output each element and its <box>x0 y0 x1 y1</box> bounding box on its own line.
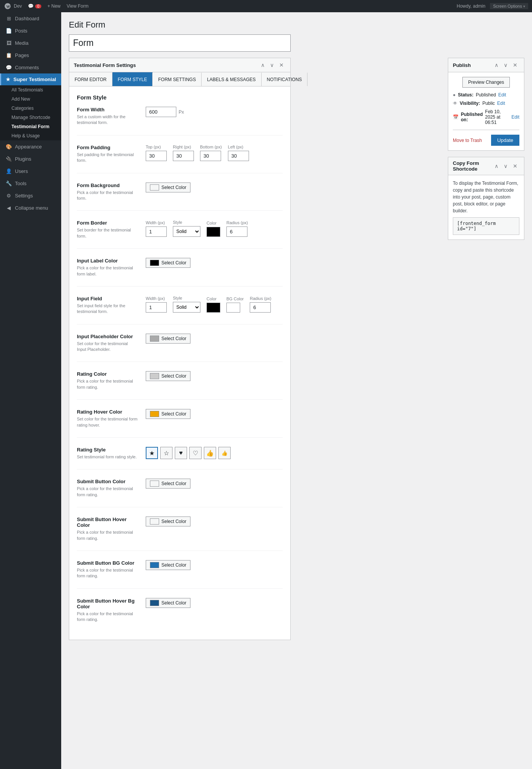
update-button[interactable]: Update <box>491 135 519 146</box>
chevron-up-icon: ∧ <box>495 62 498 68</box>
rating-style-heart-filled[interactable]: ♥ <box>175 447 187 459</box>
tab-labels-messages[interactable]: LABELS & MESSAGES <box>202 72 261 86</box>
tab-notifications[interactable]: NOTIFICATIONS <box>262 72 308 86</box>
testimonial-form-settings-panel: Testimonial Form Settings ∧ ∨ ✕ <box>69 58 291 640</box>
sidebar-item-categories[interactable]: Categories <box>0 104 61 113</box>
if-style-select[interactable]: Solid Dashed Dotted None <box>173 302 200 313</box>
published-edit-link[interactable]: Edit <box>511 114 519 120</box>
status-edit-link[interactable]: Edit <box>498 92 506 98</box>
shortcode-desc: To display the Testimonial Form, copy an… <box>453 180 519 214</box>
sidebar-item-posts[interactable]: 📄 Posts <box>0 24 61 37</box>
input-label-color-button[interactable]: Select Color <box>146 258 190 268</box>
padding-left-input[interactable] <box>228 151 249 161</box>
border-width-input[interactable] <box>146 226 167 237</box>
border-radius-input[interactable] <box>226 226 247 237</box>
form-name-input[interactable] <box>69 34 291 52</box>
comments-icon: 💬 <box>6 64 12 70</box>
sidebar-item-comments[interactable]: 💬 Comments <box>0 61 61 73</box>
sidebar-item-label: Super Testimonial <box>13 77 56 82</box>
rating-hover-color-button[interactable]: Select Color <box>146 409 190 419</box>
color-swatch <box>150 373 159 379</box>
setting-row-form-padding: Form Padding Set padding for the testimo… <box>77 145 283 173</box>
padding-bottom-input[interactable] <box>200 151 221 161</box>
rating-style-star-outline[interactable]: ☆ <box>160 447 172 459</box>
panel-header: Testimonial Form Settings ∧ ∨ ✕ <box>69 58 290 72</box>
padding-top-input[interactable] <box>146 151 167 161</box>
tab-form-editor[interactable]: FORM EDITOR <box>69 72 112 86</box>
setting-row-input-field: Input Field Set input field style for th… <box>77 296 283 324</box>
setting-row-submit-button-hover-color: Submit Button Hover Color Pick a color f… <box>77 516 283 551</box>
submit-button-bg-color-button[interactable]: Select Color <box>146 560 190 570</box>
rating-color-button[interactable]: Select Color <box>146 371 190 381</box>
if-radius-input[interactable] <box>250 302 271 313</box>
if-color-item: Color <box>207 297 220 313</box>
calendar-icon: 📅 <box>453 114 459 120</box>
sidebar-item-tools[interactable]: 🔧 Tools <box>0 177 61 189</box>
media-icon: 🖼 <box>6 40 12 46</box>
view-form-link[interactable]: View Form <box>67 3 88 9</box>
rating-style-heart-outline[interactable]: ♡ <box>189 447 202 459</box>
preview-changes-button[interactable]: Preview Changes <box>462 77 510 88</box>
rating-style-thumbs-up[interactable]: 👍 <box>204 447 216 459</box>
if-width-input[interactable] <box>146 302 167 313</box>
sidebar-item-all-testimonials[interactable]: All Testimonials <box>0 85 61 94</box>
setting-desc: Pick a color for the testimonial form ra… <box>77 486 138 498</box>
shortcode-panel-collapse-button[interactable]: ∧ <box>493 162 500 170</box>
sidebar-item-label: Dashboard <box>15 16 39 21</box>
submit-button-color-button[interactable]: Select Color <box>146 479 190 489</box>
border-style-select[interactable]: Solid Dashed Dotted None <box>173 226 200 237</box>
rating-style-thumbs-up-2[interactable]: 👍 <box>218 447 231 459</box>
setting-label-col: Input Field Set input field style for th… <box>77 296 138 315</box>
setting-label-col: Submit Button Color Pick a color for the… <box>77 479 138 498</box>
sidebar-item-add-new[interactable]: Add New <box>0 94 61 104</box>
submit-button-hover-bg-color-button[interactable]: Select Color <box>146 598 190 608</box>
form-width-input[interactable] <box>146 107 176 117</box>
sidebar-item-dashboard[interactable]: ⊞ Dashboard <box>0 12 61 24</box>
sidebar-item-plugins[interactable]: 🔌 Plugins <box>0 153 61 165</box>
tab-form-style[interactable]: FORM STYLE <box>112 72 153 86</box>
sidebar-item-appearance[interactable]: 🎨 Appearance <box>0 140 61 153</box>
setting-label: Rating Style <box>77 447 138 453</box>
sidebar-item-super-testimonial[interactable]: ★ Super Testimonial <box>0 73 61 85</box>
sidebar-item-users[interactable]: 👤 Users <box>0 165 61 177</box>
chevron-down-icon: ▾ <box>523 4 525 8</box>
comments-count[interactable]: 💬 0 <box>28 3 41 9</box>
tools-icon: 🔧 <box>6 180 12 186</box>
move-to-trash-link[interactable]: Move to Trash <box>453 138 482 143</box>
sidebar-item-manage-shortcode[interactable]: Manage Shortcode <box>0 113 61 122</box>
publish-panel-expand-button[interactable]: ∨ <box>502 61 509 69</box>
visibility-edit-link[interactable]: Edit <box>497 101 505 106</box>
input-placeholder-color-button[interactable]: Select Color <box>146 334 190 344</box>
panel-expand-button[interactable]: ∨ <box>268 61 276 69</box>
setting-control-col: ★ ☆ ♥ ♡ 👍 👍 <box>138 447 283 460</box>
shortcode-panel-expand-button[interactable]: ∨ <box>502 162 509 170</box>
if-bg-color-swatch[interactable] <box>226 303 240 313</box>
shortcode-box[interactable]: [frontend_form id="7"] <box>453 217 519 235</box>
publish-panel-close-button[interactable]: ✕ <box>511 61 519 69</box>
tab-form-settings[interactable]: FORM SETTINGS <box>153 72 202 86</box>
sidebar-item-media[interactable]: 🖼 Media <box>0 37 61 49</box>
shortcode-panel-close-button[interactable]: ✕ <box>511 162 519 170</box>
sidebar-item-collapse-menu[interactable]: ◀ Collapse menu <box>0 202 61 214</box>
panel-close-button[interactable]: ✕ <box>277 61 286 69</box>
pages-icon: 📋 <box>6 52 12 58</box>
submit-button-hover-color-button[interactable]: Select Color <box>146 516 190 526</box>
padding-right-input[interactable] <box>173 151 194 161</box>
padding-top-item: Top (px) <box>146 145 167 161</box>
rating-style-star-filled[interactable]: ★ <box>146 447 158 459</box>
sidebar-item-pages[interactable]: 📋 Pages <box>0 49 61 61</box>
if-color-swatch[interactable] <box>207 303 220 313</box>
new-link[interactable]: + New <box>47 3 60 9</box>
screen-options-button[interactable]: Screen Options ▾ <box>490 3 528 9</box>
wp-logo: Dev <box>4 2 22 10</box>
sidebar-item-testimonial-form[interactable]: Testimonial Form <box>0 122 61 131</box>
visibility-label: Visibility: <box>460 101 480 106</box>
panel-collapse-button[interactable]: ∧ <box>259 61 267 69</box>
form-background-color-button[interactable]: Select Color <box>146 182 190 192</box>
sidebar-item-settings[interactable]: ⚙ Settings <box>0 189 61 202</box>
color-swatch <box>150 481 159 487</box>
color-swatch <box>150 260 159 266</box>
border-color-swatch[interactable] <box>207 227 220 237</box>
sidebar-item-help-usage[interactable]: Help & Usage <box>0 131 61 140</box>
publish-panel-collapse-button[interactable]: ∧ <box>493 61 500 69</box>
